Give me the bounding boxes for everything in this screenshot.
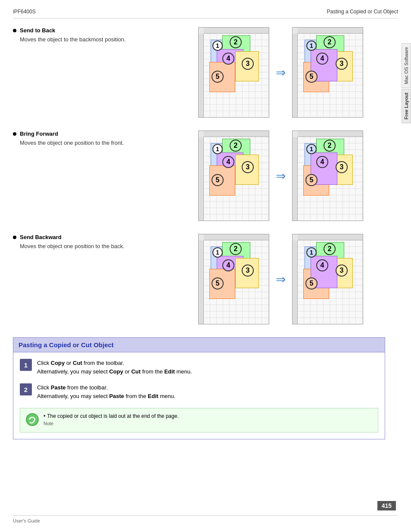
arrow-2: ⇒: [276, 169, 286, 183]
bullet-heading-3: Send Backward: [13, 234, 194, 240]
section-left-3: Send Backward Moves the object one posit…: [13, 234, 194, 324]
page-header: iPF6400S Pasting a Copied or Cut Object: [13, 9, 398, 19]
note-label: Note: [44, 421, 179, 426]
num-3-before-2: 3: [242, 161, 254, 173]
send-to-back-title: Send to Back: [20, 27, 55, 34]
step-2-row: 2 Click Paste from the toolbar. Alternat…: [20, 383, 378, 400]
pasting-section: Pasting a Copied or Cut Object 1 Click C…: [13, 337, 385, 439]
num-4-after-3: 4: [316, 259, 328, 271]
num-4-before-1: 4: [222, 53, 234, 65]
diagram-before-1: 1 2 3 4 5: [198, 27, 269, 118]
num-5-after-2: 5: [305, 174, 318, 186]
section-left-2: Bring Forward Moves the object one posit…: [13, 131, 194, 221]
side-tab-free-layout[interactable]: Free Layout: [402, 89, 411, 123]
num-5-before-1: 5: [212, 71, 224, 83]
pasting-header: Pasting a Copied or Cut Object: [13, 338, 385, 352]
num-3-before-3: 3: [242, 264, 254, 277]
bring-forward-title: Bring Forward: [20, 131, 58, 137]
bullet-dot-2: [13, 132, 16, 136]
section-bring-forward: Bring Forward Moves the object one posit…: [13, 131, 385, 221]
page-footer: User's Guide: [13, 515, 398, 523]
bullet-dot-3: [13, 236, 16, 239]
num-2-before-1: 2: [230, 36, 242, 48]
step-2-line2: Alternatively, you may select Paste from…: [37, 392, 175, 401]
diagram-after-3: 1 2 3 4 5: [292, 234, 363, 324]
note-icon: [25, 413, 39, 428]
num-2-after-3: 2: [324, 243, 336, 255]
num-2-before-3: 2: [230, 243, 242, 255]
header-title: Pasting a Copied or Cut Object: [327, 9, 398, 15]
bullet-heading-1: Send to Back: [13, 27, 194, 34]
step-2-line1: Click Paste from the toolbar.: [37, 383, 175, 392]
arrow-1: ⇒: [276, 65, 286, 80]
svg-point-0: [26, 414, 38, 426]
pasting-body: 1 Click Copy or Cut from the toolbar. Al…: [13, 352, 385, 439]
diagram-before-3: 1 2 3 4 5: [198, 234, 269, 324]
num-4-after-1: 4: [316, 53, 328, 65]
num-1-before-3: 1: [212, 247, 223, 258]
step-2-content: Click Paste from the toolbar. Alternativ…: [37, 383, 175, 400]
num-4-before-3: 4: [222, 259, 234, 271]
num-2-before-2: 2: [230, 140, 242, 152]
num-3-before-1: 3: [242, 58, 254, 70]
section-right-1: 1 2 3 4 5 ⇒: [194, 27, 385, 118]
num-1-before-1: 1: [212, 40, 223, 51]
diagram-after-2: 1 2 3 4 5: [292, 131, 363, 221]
section-send-backward: Send Backward Moves the object one posit…: [13, 234, 385, 324]
num-5-after-1: 5: [305, 71, 318, 83]
section-left-1: Send to Back Moves the object to the bac…: [13, 27, 194, 118]
note-bullet-marker: •: [44, 413, 47, 419]
num-4-after-2: 4: [316, 156, 328, 168]
send-backward-title: Send Backward: [20, 234, 62, 240]
side-tab-mac-os[interactable]: Mac OS Software: [402, 43, 411, 88]
note-text-area: • The copied or cut object is laid out a…: [44, 413, 179, 426]
section-send-to-back: Send to Back Moves the object to the bac…: [13, 27, 385, 118]
pasting-title: Pasting a Copied or Cut Object: [19, 341, 114, 348]
diagram-before-2: 1 2 3 4 5: [198, 131, 269, 221]
num-5-after-3: 5: [305, 277, 318, 289]
step-1-line1: Click Copy or Cut from the toolbar.: [37, 359, 192, 367]
side-tabs: Mac OS Software Free Layout: [402, 43, 411, 124]
bring-forward-desc: Moves the object one position to the fro…: [13, 140, 194, 146]
num-3-after-1: 3: [336, 58, 348, 70]
footer-text: User's Guide: [13, 518, 40, 523]
section-right-2: 1 2 3 4 5 ⇒: [194, 131, 385, 221]
arrow-3: ⇒: [276, 272, 286, 286]
num-5-before-2: 5: [212, 174, 224, 186]
main-content: Send to Back Moves the object to the bac…: [13, 27, 398, 439]
step-2-number: 2: [20, 383, 32, 395]
step-1-line2: Alternatively, you may select Copy or Cu…: [37, 367, 192, 376]
bullet-heading-2: Bring Forward: [13, 131, 194, 137]
step-1-number: 1: [20, 359, 32, 371]
num-3-after-2: 3: [336, 161, 348, 173]
step-1-content: Click Copy or Cut from the toolbar. Alte…: [37, 359, 192, 376]
page-container: iPF6400S Pasting a Copied or Cut Object …: [0, 0, 411, 532]
note-bullet-row: • The copied or cut object is laid out a…: [44, 413, 179, 419]
note-text: The copied or cut object is laid out at …: [47, 413, 179, 419]
num-1-after-2: 1: [306, 144, 317, 154]
diagram-after-1: 1 2 3 4 5: [292, 27, 363, 118]
num-1-after-3: 1: [306, 247, 317, 258]
num-2-after-2: 2: [324, 140, 336, 152]
header-product: iPF6400S: [13, 9, 36, 15]
section-right-3: 1 2 3 4 5 ⇒: [194, 234, 385, 324]
num-1-before-2: 1: [212, 144, 223, 154]
page-number: 415: [377, 501, 396, 510]
num-1-after-1: 1: [306, 40, 317, 51]
num-2-after-1: 2: [324, 36, 336, 48]
step-1-row: 1 Click Copy or Cut from the toolbar. Al…: [20, 359, 378, 376]
num-3-after-3: 3: [336, 264, 348, 277]
num-5-before-3: 5: [212, 277, 224, 289]
note-box: • The copied or cut object is laid out a…: [20, 408, 378, 432]
send-to-back-desc: Moves the object to the backmost positio…: [13, 36, 194, 43]
bullet-dot-1: [13, 29, 16, 32]
send-backward-desc: Moves the object one position to the bac…: [13, 243, 194, 249]
num-4-before-2: 4: [222, 156, 234, 168]
